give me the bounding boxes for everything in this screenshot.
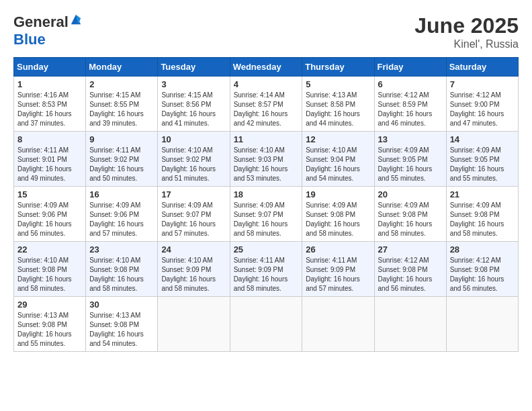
day-number: 14 [450, 134, 515, 144]
day-info: Sunrise: 4:09 AMSunset: 9:07 PMDaylight:… [234, 201, 299, 238]
day-number: 8 [17, 134, 82, 144]
day-number: 6 [378, 79, 443, 89]
calendar-day-cell: 6Sunrise: 4:12 AMSunset: 8:59 PMDaylight… [374, 77, 446, 132]
weekday-header: Monday [86, 58, 158, 77]
day-number: 24 [161, 244, 226, 255]
day-info: Sunrise: 4:11 AMSunset: 9:01 PMDaylight:… [17, 146, 82, 183]
calendar-header-row: SundayMondayTuesdayWednesdayThursdayFrid… [14, 58, 519, 77]
calendar-day-cell: 21Sunrise: 4:09 AMSunset: 9:08 PMDayligh… [446, 187, 518, 242]
day-info: Sunrise: 4:09 AMSunset: 9:08 PMDaylight:… [378, 201, 443, 238]
day-number: 22 [17, 244, 82, 255]
day-number: 29 [17, 300, 82, 310]
calendar-day-cell: 24Sunrise: 4:10 AMSunset: 9:09 PMDayligh… [158, 242, 230, 297]
day-info: Sunrise: 4:12 AMSunset: 9:08 PMDaylight:… [450, 256, 515, 293]
calendar-day-cell: 10Sunrise: 4:10 AMSunset: 9:02 PMDayligh… [158, 132, 230, 187]
day-number: 17 [161, 189, 226, 199]
logo-general-text: General [13, 13, 69, 31]
day-info: Sunrise: 4:10 AMSunset: 9:04 PMDaylight:… [306, 146, 370, 183]
calendar-week-row: 29Sunrise: 4:13 AMSunset: 9:08 PMDayligh… [14, 297, 519, 352]
logo-icon [70, 13, 82, 26]
day-info: Sunrise: 4:09 AMSunset: 9:08 PMDaylight:… [306, 201, 370, 238]
calendar-day-cell: 12Sunrise: 4:10 AMSunset: 9:04 PMDayligh… [302, 132, 374, 187]
day-info: Sunrise: 4:10 AMSunset: 9:03 PMDaylight:… [234, 146, 299, 183]
day-number: 27 [378, 244, 443, 255]
calendar-day-cell: 17Sunrise: 4:09 AMSunset: 9:07 PMDayligh… [158, 187, 230, 242]
calendar-day-cell [446, 297, 518, 352]
calendar-day-cell: 2Sunrise: 4:15 AMSunset: 8:55 PMDaylight… [86, 77, 158, 132]
day-info: Sunrise: 4:09 AMSunset: 9:06 PMDaylight:… [89, 201, 154, 238]
logo: General Blue [13, 13, 82, 48]
day-number: 15 [17, 189, 82, 199]
day-info: Sunrise: 4:10 AMSunset: 9:09 PMDaylight:… [161, 256, 226, 293]
calendar-day-cell: 26Sunrise: 4:11 AMSunset: 9:09 PMDayligh… [302, 242, 374, 297]
calendar-day-cell [302, 297, 374, 352]
day-info: Sunrise: 4:09 AMSunset: 9:07 PMDaylight:… [161, 201, 226, 238]
calendar-day-cell: 4Sunrise: 4:14 AMSunset: 8:57 PMDaylight… [230, 77, 302, 132]
weekday-header: Thursday [302, 58, 374, 77]
day-number: 10 [161, 134, 226, 144]
calendar-day-cell: 28Sunrise: 4:12 AMSunset: 9:08 PMDayligh… [446, 242, 518, 297]
weekday-header: Wednesday [230, 58, 302, 77]
day-info: Sunrise: 4:11 AMSunset: 9:09 PMDaylight:… [306, 256, 370, 293]
day-info: Sunrise: 4:09 AMSunset: 9:06 PMDaylight:… [17, 201, 82, 238]
day-number: 26 [306, 244, 370, 255]
title-block: June 2025 Kinel', Russia [414, 13, 519, 50]
day-info: Sunrise: 4:12 AMSunset: 9:00 PMDaylight:… [450, 91, 515, 128]
day-info: Sunrise: 4:15 AMSunset: 8:55 PMDaylight:… [89, 91, 154, 128]
calendar-day-cell: 27Sunrise: 4:12 AMSunset: 9:08 PMDayligh… [374, 242, 446, 297]
day-info: Sunrise: 4:09 AMSunset: 9:08 PMDaylight:… [450, 201, 515, 238]
weekday-header: Friday [374, 58, 446, 77]
day-number: 28 [450, 244, 515, 255]
calendar-day-cell: 20Sunrise: 4:09 AMSunset: 9:08 PMDayligh… [374, 187, 446, 242]
calendar-day-cell: 16Sunrise: 4:09 AMSunset: 9:06 PMDayligh… [86, 187, 158, 242]
day-number: 18 [234, 189, 299, 199]
day-number: 25 [234, 244, 299, 255]
page-header: General Blue June 2025 Kinel', Russia [13, 13, 519, 50]
day-number: 30 [89, 300, 154, 310]
calendar-day-cell: 11Sunrise: 4:10 AMSunset: 9:03 PMDayligh… [230, 132, 302, 187]
weekday-header: Saturday [446, 58, 518, 77]
day-info: Sunrise: 4:11 AMSunset: 9:02 PMDaylight:… [89, 146, 154, 183]
calendar-day-cell [158, 297, 230, 352]
day-number: 2 [89, 79, 154, 89]
month-year-title: June 2025 [414, 13, 519, 38]
day-number: 11 [234, 134, 299, 144]
calendar-day-cell: 5Sunrise: 4:13 AMSunset: 8:58 PMDaylight… [302, 77, 374, 132]
calendar-table: SundayMondayTuesdayWednesdayThursdayFrid… [13, 57, 519, 352]
day-number: 12 [306, 134, 370, 144]
day-info: Sunrise: 4:13 AMSunset: 9:08 PMDaylight:… [89, 311, 154, 349]
day-info: Sunrise: 4:15 AMSunset: 8:56 PMDaylight:… [161, 91, 226, 128]
day-info: Sunrise: 4:10 AMSunset: 9:08 PMDaylight:… [17, 256, 82, 293]
calendar-day-cell: 29Sunrise: 4:13 AMSunset: 9:08 PMDayligh… [14, 297, 86, 352]
calendar-day-cell: 25Sunrise: 4:11 AMSunset: 9:09 PMDayligh… [230, 242, 302, 297]
calendar-day-cell: 13Sunrise: 4:09 AMSunset: 9:05 PMDayligh… [374, 132, 446, 187]
day-info: Sunrise: 4:16 AMSunset: 8:53 PMDaylight:… [17, 91, 82, 128]
day-number: 3 [161, 79, 226, 89]
calendar-day-cell: 19Sunrise: 4:09 AMSunset: 9:08 PMDayligh… [302, 187, 374, 242]
day-number: 5 [306, 79, 370, 89]
calendar-day-cell: 7Sunrise: 4:12 AMSunset: 9:00 PMDaylight… [446, 77, 518, 132]
calendar-day-cell: 30Sunrise: 4:13 AMSunset: 9:08 PMDayligh… [86, 297, 158, 352]
day-number: 9 [89, 134, 154, 144]
day-info: Sunrise: 4:13 AMSunset: 8:58 PMDaylight:… [306, 91, 370, 128]
day-info: Sunrise: 4:09 AMSunset: 9:05 PMDaylight:… [450, 146, 515, 183]
day-info: Sunrise: 4:09 AMSunset: 9:05 PMDaylight:… [378, 146, 443, 183]
day-number: 16 [89, 189, 154, 199]
calendar-week-row: 15Sunrise: 4:09 AMSunset: 9:06 PMDayligh… [14, 187, 519, 242]
day-info: Sunrise: 4:10 AMSunset: 9:08 PMDaylight:… [89, 256, 154, 293]
day-number: 19 [306, 189, 370, 199]
calendar-week-row: 8Sunrise: 4:11 AMSunset: 9:01 PMDaylight… [14, 132, 519, 187]
calendar-week-row: 22Sunrise: 4:10 AMSunset: 9:08 PMDayligh… [14, 242, 519, 297]
day-info: Sunrise: 4:12 AMSunset: 9:08 PMDaylight:… [378, 256, 443, 293]
calendar-day-cell: 1Sunrise: 4:16 AMSunset: 8:53 PMDaylight… [14, 77, 86, 132]
logo-blue-text: Blue [13, 31, 46, 48]
weekday-header: Tuesday [158, 58, 230, 77]
calendar-day-cell: 23Sunrise: 4:10 AMSunset: 9:08 PMDayligh… [86, 242, 158, 297]
day-info: Sunrise: 4:11 AMSunset: 9:09 PMDaylight:… [234, 256, 299, 293]
day-number: 23 [89, 244, 154, 255]
calendar-day-cell: 3Sunrise: 4:15 AMSunset: 8:56 PMDaylight… [158, 77, 230, 132]
calendar-day-cell [374, 297, 446, 352]
day-info: Sunrise: 4:14 AMSunset: 8:57 PMDaylight:… [234, 91, 299, 128]
day-info: Sunrise: 4:10 AMSunset: 9:02 PMDaylight:… [161, 146, 226, 183]
day-number: 7 [450, 79, 515, 89]
